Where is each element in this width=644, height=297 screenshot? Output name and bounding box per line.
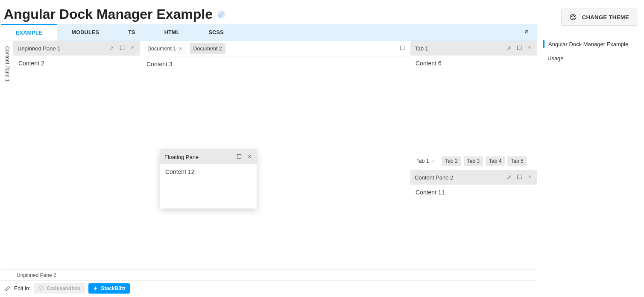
tab-scss[interactable]: SCSS	[194, 24, 238, 41]
document-tab-1-label: Document 1	[147, 46, 176, 52]
svg-point-8	[574, 16, 575, 17]
tab-strip-tab-1-label: Tab 1	[416, 158, 429, 164]
tab-html[interactable]: HTML	[150, 24, 194, 41]
tab-strip-tab-5[interactable]: Tab 5	[507, 156, 527, 166]
page-title: Angular Dock Manager Example	[1, 1, 537, 24]
maximize-icon[interactable]	[516, 174, 522, 181]
edit-icon	[5, 285, 11, 291]
tab-pane-title: Tab 1	[415, 45, 506, 52]
codesandbox-button[interactable]: Codesandbox	[34, 283, 85, 294]
chevron-down-icon[interactable]	[431, 159, 436, 163]
maximize-icon[interactable]	[516, 45, 522, 52]
floating-pane-body: Content 12	[160, 164, 257, 209]
tab-ts[interactable]: TS	[114, 24, 150, 41]
close-icon[interactable]	[246, 153, 252, 161]
stackblitz-label: StackBlitz	[101, 285, 126, 291]
close-icon[interactable]	[527, 45, 533, 52]
toc-item-example[interactable]: Angular Dock Manager Example	[543, 40, 639, 48]
content-pane-2-title: Content Pane 2	[415, 174, 506, 181]
unpinned-pane-1-header[interactable]: Unpinned Pane 1	[13, 41, 140, 56]
tab-strip-tab-2[interactable]: Tab 2	[442, 156, 461, 166]
right-column: Tab 1 Content 6 Tab 1 Tab 2	[410, 41, 537, 269]
anchor-link-icon[interactable]	[217, 10, 225, 19]
unpinned-bottom-strip: Unpinned Pane 2	[1, 269, 537, 280]
left-column: Unpinned Pane 1 Content 2	[13, 41, 141, 269]
document-tab-2[interactable]: Document 2	[190, 43, 225, 54]
svg-rect-4	[237, 154, 241, 158]
svg-rect-1	[400, 46, 404, 50]
document-tabs: Document 1 Document 2	[141, 41, 410, 56]
unpinned-bottom-tab[interactable]: Unpinned Pane 2	[17, 272, 56, 278]
unpinned-pane-1-body: Content 2	[13, 56, 140, 269]
palette-icon	[569, 13, 577, 21]
svg-rect-2	[517, 46, 521, 50]
floating-pane-title: Floating Pane	[164, 154, 236, 160]
right-sidebar: CHANGE THEME Angular Dock Manager Exampl…	[538, 0, 644, 297]
floating-pane[interactable]: Floating Pane Content 12	[160, 150, 257, 209]
maximize-icon[interactable]	[236, 153, 242, 161]
code-tabbar: EXAMPLE MODULES TS HTML SCSS	[1, 24, 537, 41]
maximize-icon[interactable]	[119, 45, 125, 52]
tab-strip-tab-1[interactable]: Tab 1	[413, 156, 439, 166]
maximize-icon[interactable]	[399, 45, 408, 52]
tab-pane-header[interactable]: Tab 1	[410, 41, 537, 56]
codesandbox-label: Codesandbox	[47, 285, 80, 291]
toc-item-usage[interactable]: Usage	[543, 54, 639, 62]
pin-icon[interactable]	[506, 45, 512, 52]
content-pane-2-header[interactable]: Content Pane 2	[410, 170, 537, 185]
edit-in-label: Edit in:	[14, 285, 30, 291]
page-title-text: Angular Dock Manager Example	[4, 6, 213, 22]
edit-in-bar: Edit in: Codesandbox StackBlitz	[1, 280, 537, 296]
tab-strip-tab-3[interactable]: Tab 3	[464, 156, 483, 166]
floating-pane-header[interactable]: Floating Pane	[160, 150, 257, 164]
change-theme-label: CHANGE THEME	[582, 14, 629, 21]
expand-icon[interactable]	[516, 28, 537, 36]
tab-pane-body: Content 6	[410, 56, 537, 154]
pin-icon[interactable]	[506, 174, 512, 181]
table-of-contents: Angular Dock Manager Example Usage	[543, 40, 639, 62]
unpinned-pane-1-title: Unpinned Pane 1	[18, 45, 109, 52]
close-icon[interactable]	[179, 47, 183, 51]
pin-icon[interactable]	[109, 45, 115, 52]
change-theme-button[interactable]: CHANGE THEME	[561, 9, 637, 26]
codesandbox-icon	[38, 285, 44, 291]
tab-example[interactable]: EXAMPLE	[1, 24, 57, 41]
svg-point-7	[573, 15, 574, 16]
stackblitz-icon	[93, 285, 99, 291]
dock-manager: Content Pane 1 Unpinned Pane 1 Content 2	[1, 41, 537, 269]
tab-strip-tab-4[interactable]: Tab 4	[486, 156, 505, 166]
svg-point-6	[571, 16, 572, 17]
svg-rect-3	[517, 175, 521, 179]
content-pane-2-body: Content 11	[410, 185, 537, 269]
svg-rect-0	[120, 46, 124, 50]
close-icon[interactable]	[129, 45, 135, 52]
tab-modules[interactable]: MODULES	[57, 24, 114, 41]
close-icon[interactable]	[527, 174, 533, 181]
stackblitz-button[interactable]: StackBlitz	[88, 283, 130, 294]
document-tab-2-label: Document 2	[193, 46, 222, 52]
tab-group-strip: Tab 1 Tab 2 Tab 3 Tab 4 Tab 5	[410, 154, 537, 168]
document-tab-1[interactable]: Document 1	[144, 43, 186, 54]
unpinned-vertical-tab-content-pane-1[interactable]: Content Pane 1	[3, 44, 12, 83]
